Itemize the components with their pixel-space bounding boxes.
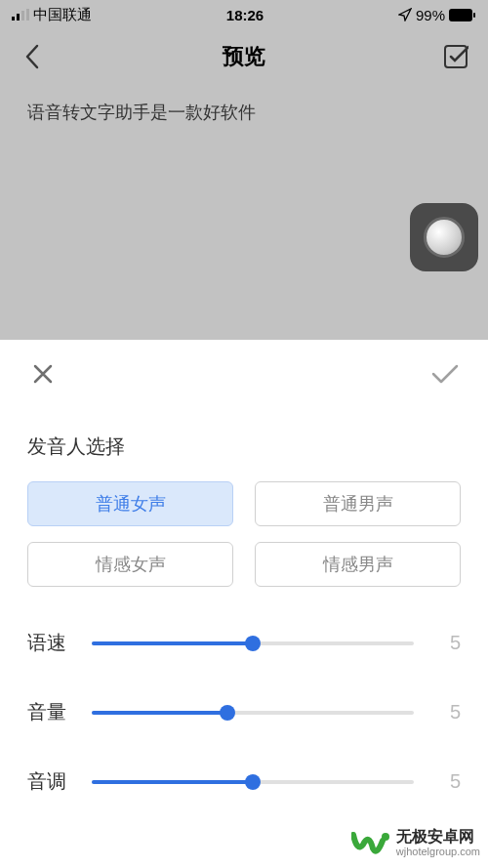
back-button[interactable] (18, 42, 47, 71)
sheet-body: 发音人选择 普通女声普通男声情感女声情感男声 语速5音量5音调5 (0, 434, 488, 795)
slider-fill (92, 711, 227, 715)
slider-value: 5 (431, 770, 461, 793)
check-icon (430, 363, 460, 385)
svg-point-7 (382, 833, 389, 841)
close-icon (31, 362, 55, 386)
slider-label: 音调 (27, 768, 74, 795)
voice-section-title: 发音人选择 (27, 434, 461, 460)
slider-fill (92, 641, 253, 645)
svg-rect-6 (445, 46, 467, 67)
status-bar: 中国联通 18:26 99% (0, 0, 488, 29)
svg-rect-5 (473, 13, 475, 18)
sheet-header (0, 340, 488, 408)
slider-thumb[interactable] (245, 774, 261, 790)
watermark-sub: wjhotelgroup.com (396, 846, 480, 857)
voice-options-grid: 普通女声普通男声情感女声情感男声 (27, 481, 461, 587)
svg-rect-2 (21, 11, 24, 21)
page-title: 预览 (223, 42, 265, 71)
slider-thumb[interactable] (220, 705, 235, 721)
slider-track[interactable] (92, 641, 414, 645)
voice-option-2[interactable]: 情感女声 (27, 542, 233, 587)
watermark-logo-icon (351, 823, 390, 862)
confirm-button[interactable] (429, 358, 461, 390)
svg-rect-4 (449, 9, 472, 21)
select-button[interactable] (441, 42, 470, 71)
chevron-left-icon (24, 44, 40, 69)
slider-row-1: 音量5 (27, 699, 461, 725)
carrier-label: 中国联通 (33, 6, 92, 24)
battery-percent: 99% (416, 7, 445, 23)
slider-thumb[interactable] (245, 636, 261, 651)
svg-rect-0 (12, 17, 15, 21)
battery-icon (449, 9, 476, 21)
slider-value: 5 (431, 632, 461, 654)
signal-icon (12, 9, 29, 21)
assistive-touch-button[interactable] (410, 203, 478, 271)
slider-value: 5 (431, 701, 461, 723)
watermark: 无极安卓网 wjhotelgroup.com (351, 823, 480, 862)
slider-track[interactable] (92, 711, 414, 715)
assistive-touch-icon (424, 217, 465, 258)
close-button[interactable] (27, 358, 59, 390)
preview-text: 语音转文字助手是一款好软件 (27, 101, 461, 124)
slider-track[interactable] (92, 780, 414, 784)
svg-rect-3 (26, 9, 29, 21)
svg-rect-1 (17, 14, 20, 21)
location-icon (398, 8, 412, 21)
watermark-text: 无极安卓网 wjhotelgroup.com (396, 828, 480, 857)
status-time: 18:26 (226, 7, 264, 23)
preview-content: 语音转文字助手是一款好软件 (0, 83, 488, 142)
slider-row-2: 音调5 (27, 768, 461, 795)
status-left: 中国联通 (12, 6, 92, 24)
slider-label: 音量 (27, 699, 74, 725)
slider-row-0: 语速5 (27, 630, 461, 656)
nav-bar: 预览 (0, 29, 488, 83)
slider-fill (92, 780, 253, 784)
voice-option-0[interactable]: 普通女声 (27, 481, 233, 526)
watermark-title: 无极安卓网 (396, 828, 480, 846)
slider-label: 语速 (27, 630, 74, 656)
voice-option-1[interactable]: 普通男声 (255, 481, 461, 526)
status-right: 99% (398, 7, 476, 23)
checkbox-icon (443, 44, 468, 69)
voice-settings-sheet: 发音人选择 普通女声普通男声情感女声情感男声 语速5音量5音调5 (0, 340, 488, 868)
voice-option-3[interactable]: 情感男声 (255, 542, 461, 587)
